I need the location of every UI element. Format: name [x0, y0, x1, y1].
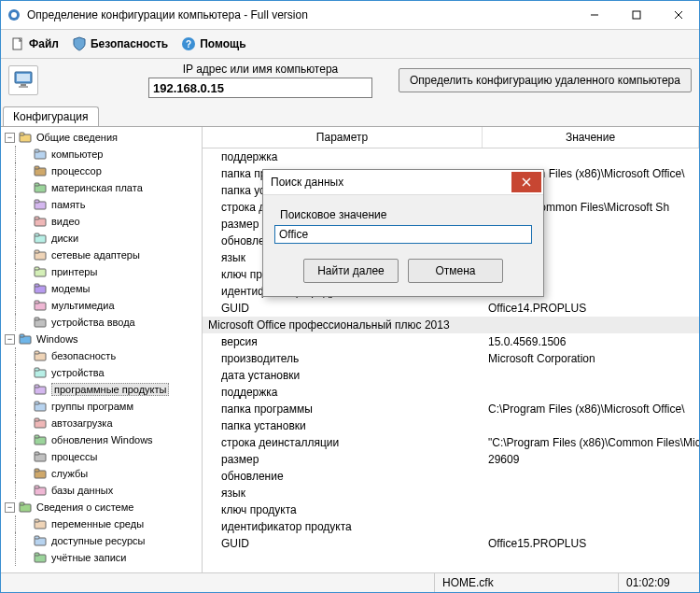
tree-item-label: принтеры: [51, 266, 97, 277]
tree-item-label: мультимедиа: [51, 300, 115, 311]
list-row[interactable]: язык: [203, 485, 699, 501]
item-icon: [33, 148, 48, 161]
list-row[interactable]: GUIDOffice14.PROPLUS: [203, 300, 699, 317]
list-row[interactable]: поддержка: [203, 148, 699, 165]
list-cell-param: производитель: [203, 352, 483, 365]
tree-item[interactable]: материнская плата: [1, 179, 202, 196]
folder-icon: [18, 501, 33, 514]
tree-pane[interactable]: −Общие сведениякомпьютерпроцессорматерин…: [1, 127, 203, 572]
tree-item[interactable]: службы: [1, 465, 202, 482]
column-parameter[interactable]: Параметр: [203, 127, 483, 148]
tree-group[interactable]: −Windows: [1, 331, 202, 347]
tree-item[interactable]: устройства: [1, 364, 202, 381]
tree-item[interactable]: мультимедиа: [1, 297, 202, 314]
svg-rect-56: [35, 486, 39, 488]
tree-item[interactable]: процессы: [1, 448, 202, 465]
list-row[interactable]: производительMicrosoft Corporation: [203, 350, 699, 367]
list-row[interactable]: поддержка: [203, 384, 699, 401]
tree-item[interactable]: процессор: [1, 162, 202, 179]
tree-item[interactable]: учётные записи: [1, 549, 202, 566]
svg-rect-22: [35, 200, 39, 203]
menu-help[interactable]: ? Помощь: [175, 35, 251, 53]
ip-input[interactable]: [148, 78, 372, 98]
list-cell-param: GUID: [203, 302, 483, 315]
list-cell-value: Microsoft Corporation: [483, 352, 699, 365]
tree-item[interactable]: доступные ресурсы: [1, 532, 202, 549]
list-cell-value: C:\Program Files (x86)\Microsoft Office\: [483, 402, 699, 416]
tree-item[interactable]: группы программ: [1, 398, 202, 415]
tree-item[interactable]: компьютер: [1, 146, 202, 162]
tree-item[interactable]: базы данных: [1, 482, 202, 499]
app-icon: [7, 7, 21, 22]
detect-remote-button[interactable]: Определить конфигурацию удаленного компь…: [399, 68, 692, 92]
list-row[interactable]: GUIDOffice15.PROPLUS: [203, 535, 699, 552]
menu-security-label: Безопасность: [91, 37, 168, 50]
list-row[interactable]: папка установки: [203, 417, 699, 434]
minimize-button[interactable]: [573, 2, 615, 29]
menu-security[interactable]: Безопасность: [66, 35, 174, 53]
tree-item-label: память: [51, 199, 85, 210]
cancel-button[interactable]: Отмена: [408, 259, 503, 283]
tree-item[interactable]: автозагрузка: [1, 415, 202, 431]
item-icon: [33, 282, 48, 295]
tab-config-label: Конфигурация: [13, 110, 89, 123]
tree-item[interactable]: диски: [1, 230, 202, 247]
maximize-button[interactable]: [615, 2, 657, 29]
list-cell-param: дата установки: [203, 369, 483, 382]
tree-item[interactable]: память: [1, 196, 202, 213]
svg-rect-40: [35, 351, 39, 354]
tree-item[interactable]: обновления Windows: [1, 431, 202, 448]
tree-item-label: компьютер: [51, 148, 103, 160]
item-icon: [33, 232, 48, 245]
svg-rect-24: [35, 217, 39, 219]
list-row[interactable]: версия15.0.4569.1506: [203, 333, 699, 350]
svg-rect-10: [17, 74, 30, 81]
list-row[interactable]: папка программыC:\Program Files (x86)\Mi…: [203, 401, 699, 417]
svg-rect-20: [35, 183, 39, 186]
list-cell-value: 29609: [483, 453, 699, 466]
tree-item[interactable]: видео: [1, 213, 202, 230]
item-icon: [33, 383, 48, 396]
tree-group[interactable]: −Общие сведения: [1, 129, 202, 146]
find-next-label: Найти далее: [317, 264, 385, 277]
tree-item[interactable]: устройства ввода: [1, 314, 202, 331]
status-filename: HOME.cfk: [434, 573, 618, 592]
folder-icon: [18, 131, 33, 144]
list-group-label: Microsoft Office профессиональный плюс 2…: [203, 318, 699, 332]
tree-group-label: Сведения о системе: [36, 501, 133, 513]
menubar: Файл Безопасность ? Помощь: [1, 30, 699, 59]
tree-item-label: сетевые адаптеры: [51, 249, 140, 261]
detect-local-button[interactable]: [8, 65, 38, 95]
tree-item[interactable]: программные продукты: [1, 381, 202, 398]
column-value[interactable]: Значение: [483, 127, 699, 148]
collapse-icon[interactable]: −: [5, 502, 15, 513]
list-row[interactable]: обновление: [203, 468, 699, 485]
list-row[interactable]: дата установки: [203, 367, 699, 384]
svg-rect-32: [35, 284, 39, 287]
tab-config[interactable]: Конфигурация: [3, 106, 99, 126]
tree-item[interactable]: безопасность: [1, 347, 202, 364]
tree-item[interactable]: модемы: [1, 280, 202, 297]
tree-group-label: Windows: [36, 333, 78, 345]
menu-file[interactable]: Файл: [5, 35, 64, 53]
list-row[interactable]: ключ продукта: [203, 501, 699, 518]
list-row[interactable]: размер29609: [203, 451, 699, 468]
list-row[interactable]: идентификатор продукта: [203, 518, 699, 535]
tree-group[interactable]: −Сведения о системе: [1, 499, 202, 515]
list-cell-value: Office14.PROPLUS: [483, 302, 699, 315]
find-next-button[interactable]: Найти далее: [303, 259, 399, 283]
item-icon: [33, 551, 48, 564]
tree-item[interactable]: переменные среды: [1, 515, 202, 532]
tree-item-label: устройства: [51, 367, 105, 378]
search-value-input[interactable]: [274, 225, 532, 244]
list-group-row[interactable]: Microsoft Office профессиональный плюс 2…: [203, 317, 699, 333]
help-icon: ?: [181, 36, 196, 51]
tree-item[interactable]: принтеры: [1, 263, 202, 280]
dialog-close-button[interactable]: [511, 172, 541, 192]
list-row[interactable]: строка деинсталляции"C:\Program Files (x…: [203, 434, 699, 451]
collapse-icon[interactable]: −: [5, 334, 15, 345]
tree-item-label: модемы: [51, 283, 90, 294]
collapse-icon[interactable]: −: [5, 133, 15, 143]
close-button[interactable]: [657, 2, 699, 29]
tree-item[interactable]: сетевые адаптеры: [1, 247, 202, 263]
